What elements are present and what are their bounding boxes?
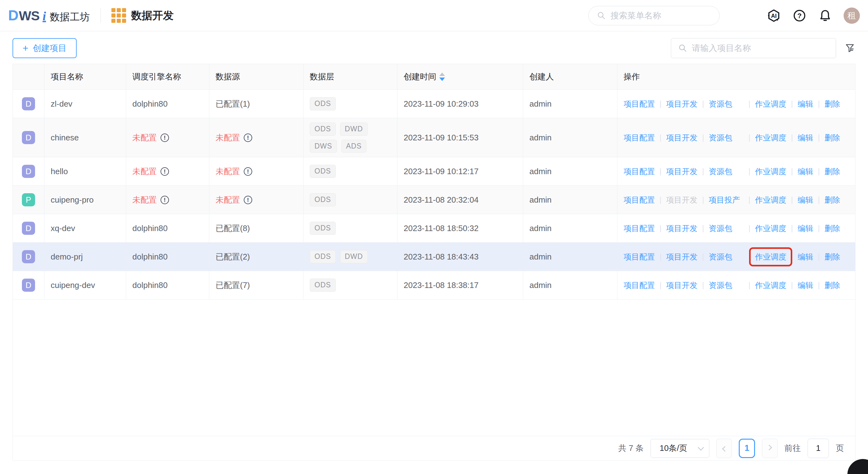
action-divider: | bbox=[748, 281, 750, 290]
action-link[interactable]: 资源包 bbox=[709, 223, 744, 234]
notification-bell-icon[interactable] bbox=[818, 8, 832, 23]
warning-info-icon[interactable]: ! bbox=[160, 196, 169, 204]
action-link[interactable]: 作业调度 bbox=[755, 223, 786, 234]
warning-info-icon[interactable]: ! bbox=[244, 134, 252, 142]
warning-info-icon[interactable]: ! bbox=[244, 196, 252, 204]
project-search-input[interactable]: 请输入项目名称 bbox=[671, 38, 836, 58]
action-link[interactable]: 资源包 bbox=[709, 166, 744, 177]
action-divider: | bbox=[702, 196, 704, 204]
action-link[interactable]: 作业调度 bbox=[755, 166, 786, 177]
previous-page-button[interactable] bbox=[716, 439, 732, 458]
action-link[interactable]: 删除 bbox=[825, 280, 840, 291]
action-link[interactable]: 作业调度 bbox=[749, 247, 792, 266]
action-link[interactable]: 编辑 bbox=[798, 166, 813, 177]
data-layer-tags: ODS bbox=[310, 274, 336, 296]
action-link[interactable]: 项目开发 bbox=[666, 99, 698, 109]
action-link[interactable]: 项目配置 bbox=[624, 252, 655, 262]
action-link[interactable]: 项目配置 bbox=[624, 223, 655, 234]
action-link[interactable]: 项目配置 bbox=[624, 195, 655, 205]
action-link[interactable]: 编辑 bbox=[798, 223, 813, 234]
row-actions: 项目配置|项目开发|资源包|作业调度|编辑|删除 bbox=[624, 280, 840, 291]
row-actions: 项目配置|项目开发|资源包|作业调度|编辑|删除 bbox=[624, 166, 840, 177]
data-layer-tags: ODSDWD bbox=[310, 246, 368, 268]
table-row[interactable]: D xq-dev dolphin80 已配置(8) ODS 2023-11-08… bbox=[13, 214, 855, 243]
action-link[interactable]: 作业调度 bbox=[755, 280, 786, 291]
user-avatar[interactable]: 租 bbox=[844, 7, 860, 24]
action-link[interactable]: 删除 bbox=[825, 252, 840, 262]
action-link[interactable]: 删除 bbox=[825, 195, 840, 205]
action-link[interactable]: 项目开发 bbox=[666, 280, 698, 291]
table-row[interactable]: D cuipeng-dev dolphin80 已配置(7) ODS 2023-… bbox=[13, 271, 855, 300]
action-link[interactable]: 删除 bbox=[825, 166, 840, 177]
filter-icon[interactable] bbox=[844, 42, 856, 54]
action-divider: | bbox=[818, 196, 820, 204]
page-title: 数据开发 bbox=[131, 8, 174, 23]
next-page-button[interactable] bbox=[762, 439, 778, 458]
action-link[interactable]: 编辑 bbox=[798, 195, 813, 205]
action-link[interactable]: 编辑 bbox=[798, 99, 813, 109]
table-row[interactable]: D zl-dev dolphin80 已配置(1) ODS 2023-11-09… bbox=[13, 90, 855, 118]
current-page-button[interactable]: 1 bbox=[739, 439, 755, 458]
goto-page-input[interactable]: 1 bbox=[808, 439, 829, 458]
page-size-value: 10条/页 bbox=[660, 443, 687, 454]
sort-descending-icon[interactable] bbox=[439, 77, 445, 81]
action-link[interactable]: 删除 bbox=[825, 133, 840, 143]
engine-cell: 未配置! bbox=[126, 118, 209, 157]
data-layer-tag: ODS bbox=[310, 123, 336, 136]
column-header-created[interactable]: 创建时间 bbox=[397, 64, 523, 90]
data-layer-tag: ODS bbox=[310, 279, 336, 292]
row-actions: 项目配置|项目开发|项目投产|作业调度|编辑|删除 bbox=[624, 195, 840, 205]
warning-info-icon[interactable]: ! bbox=[160, 134, 169, 142]
action-link[interactable]: 资源包 bbox=[709, 99, 744, 109]
action-link[interactable]: 删除 bbox=[825, 99, 840, 109]
action-link[interactable]: 资源包 bbox=[709, 280, 744, 291]
page-size-select[interactable]: 10条/页 bbox=[651, 439, 709, 458]
action-link[interactable]: 作业调度 bbox=[755, 195, 786, 205]
action-divider: | bbox=[791, 196, 793, 204]
app-menu[interactable]: 数据开发 bbox=[112, 8, 174, 23]
table-row[interactable]: D chinese 未配置! 未配置! ODSDWDDWSADS 2023-11… bbox=[13, 118, 855, 157]
action-link[interactable]: 项目投产 bbox=[709, 195, 744, 205]
create-project-button[interactable]: + 创建项目 bbox=[12, 38, 77, 58]
action-link[interactable]: 项目开发 bbox=[666, 133, 698, 143]
action-link[interactable]: 资源包 bbox=[709, 133, 744, 143]
sort-caret[interactable] bbox=[439, 72, 445, 81]
action-link[interactable]: 编辑 bbox=[798, 280, 813, 291]
action-link[interactable]: 编辑 bbox=[798, 252, 813, 262]
action-divider: | bbox=[660, 252, 661, 261]
ai-assistant-icon[interactable]: AI bbox=[767, 8, 781, 23]
action-link[interactable]: 项目配置 bbox=[624, 99, 655, 109]
action-link[interactable]: 资源包 bbox=[709, 252, 744, 262]
project-name: zl-dev bbox=[51, 99, 72, 109]
help-icon[interactable]: ? bbox=[792, 8, 807, 23]
app-grid-icon[interactable] bbox=[112, 8, 126, 23]
data-layer-tags: ODS bbox=[310, 189, 336, 211]
warning-info-icon[interactable]: ! bbox=[244, 167, 252, 176]
action-divider: | bbox=[818, 167, 820, 176]
action-divider: | bbox=[702, 100, 704, 108]
action-link[interactable]: 删除 bbox=[825, 223, 840, 234]
sort-ascending-icon[interactable] bbox=[439, 72, 445, 76]
menu-search-input[interactable]: 搜索菜单名称 bbox=[588, 6, 720, 25]
action-link[interactable]: 作业调度 bbox=[755, 133, 786, 143]
action-link[interactable]: 项目配置 bbox=[624, 166, 655, 177]
action-link[interactable]: 项目配置 bbox=[624, 133, 655, 143]
column-header-creator: 创建人 bbox=[523, 64, 617, 90]
data-layer-tag: ODS bbox=[310, 193, 336, 206]
action-divider: | bbox=[660, 224, 661, 233]
table-row[interactable]: D hello 未配置! 未配置! ODS 2023-11-09 10:12:1… bbox=[13, 157, 855, 186]
table-row[interactable]: D demo-prj dolphin80 已配置(2) ODSDWD 2023-… bbox=[13, 243, 855, 271]
action-link[interactable]: 项目配置 bbox=[624, 280, 655, 291]
warning-info-icon[interactable]: ! bbox=[160, 167, 169, 176]
row-actions: 项目配置|项目开发|资源包|作业调度|编辑|删除 bbox=[624, 99, 840, 109]
action-link[interactable]: 项目开发 bbox=[666, 223, 698, 234]
action-divider: | bbox=[791, 224, 793, 233]
create-project-label: 创建项目 bbox=[33, 42, 67, 54]
action-link[interactable]: 编辑 bbox=[798, 133, 813, 143]
action-link[interactable]: 作业调度 bbox=[755, 99, 786, 109]
table-row[interactable]: P cuipeng-pro 未配置! 未配置! ODS 2023-11-08 2… bbox=[13, 186, 855, 214]
action-link[interactable]: 项目开发 bbox=[666, 166, 698, 177]
action-divider: | bbox=[818, 252, 820, 261]
action-link[interactable]: 项目开发 bbox=[666, 252, 698, 262]
floating-corner-button[interactable] bbox=[847, 459, 868, 474]
